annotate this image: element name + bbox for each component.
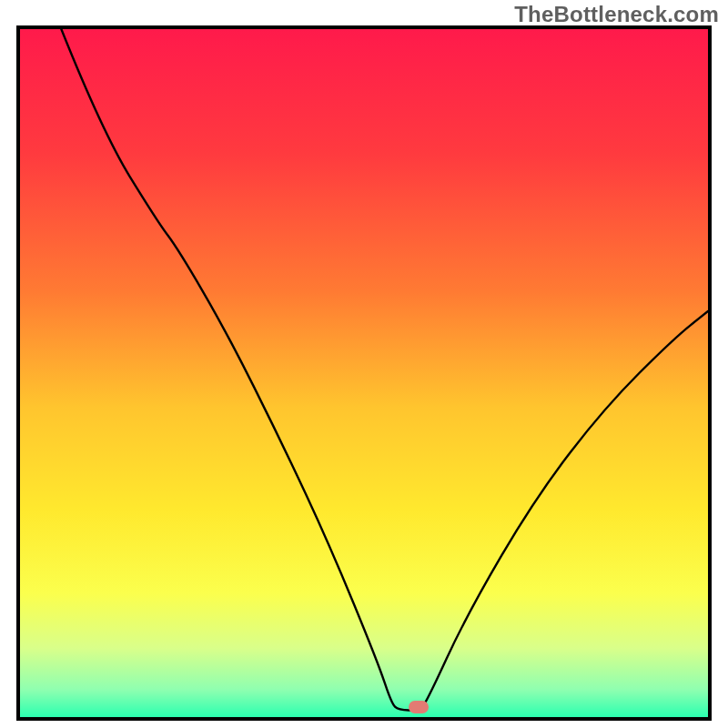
chart-svg (20, 29, 708, 717)
watermark-text: TheBottleneck.com (514, 2, 719, 27)
svg-rect-0 (20, 29, 708, 717)
chart-frame: TheBottleneck.com (0, 0, 728, 728)
optimum-marker (409, 701, 429, 713)
plot-area (16, 25, 712, 721)
